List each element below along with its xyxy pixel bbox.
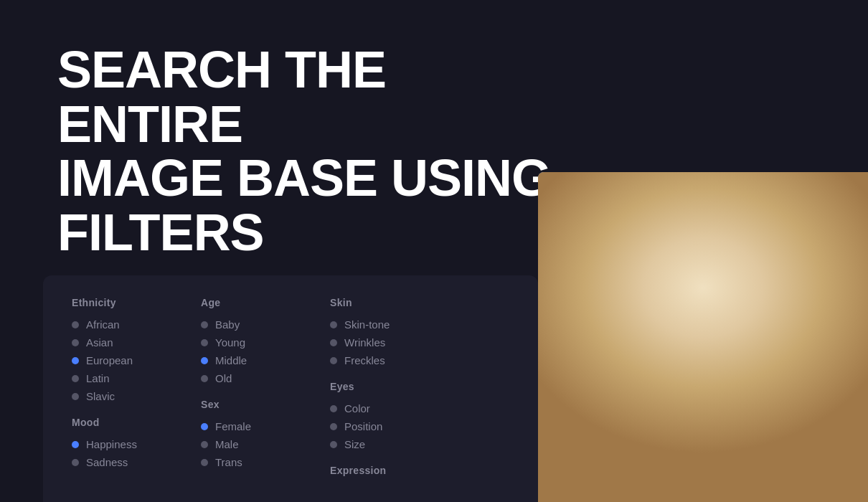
filter-item-male[interactable]: Male: [201, 438, 287, 450]
filter-dot-baby: [201, 321, 208, 328]
filter-item-female[interactable]: Female: [201, 420, 287, 432]
filter-item-label-happiness: Happiness: [86, 438, 137, 450]
filter-dot-asian: [72, 339, 79, 346]
portrait-image: [538, 172, 868, 502]
filter-dot-middle: [201, 357, 208, 364]
filter-group-age: AgeBabyYoungMiddleOld: [201, 297, 287, 384]
filter-dot-male: [201, 441, 208, 448]
filter-item-label-latin: Latin: [86, 372, 110, 384]
filter-item-old[interactable]: Old: [201, 372, 287, 384]
filter-group-label-mood: Mood: [72, 417, 158, 428]
filter-item-label-female: Female: [215, 420, 251, 432]
filter-item-size[interactable]: Size: [330, 438, 416, 450]
filter-item-label-slavic: Slavic: [86, 390, 115, 402]
filter-column-col3: SkinSkin-toneWrinklesFrecklesEyesColorPo…: [330, 297, 416, 480]
filter-item-label-position: Position: [344, 420, 382, 432]
filter-item-label-size: Size: [344, 438, 365, 450]
filter-group-label-age: Age: [201, 297, 287, 308]
filter-item-label-male: Male: [215, 438, 239, 450]
filter-dot-wrinkles: [330, 339, 337, 346]
filter-group-label-eyes: Eyes: [330, 381, 416, 392]
filter-dot-position: [330, 423, 337, 430]
filter-dot-size: [330, 441, 337, 448]
filter-dot-slavic: [72, 393, 79, 400]
filter-item-baby[interactable]: Baby: [201, 318, 287, 331]
filter-item-label-young: Young: [215, 336, 245, 349]
filter-item-happiness[interactable]: Happiness: [72, 438, 158, 450]
filter-group-ethnicity: EthnicityAfricanAsianEuropeanLatinSlavic: [72, 297, 158, 402]
filter-dot-skin-tone: [330, 321, 337, 328]
filter-group-label-sex: Sex: [201, 399, 287, 410]
filter-group-label-expression: Expression: [330, 465, 416, 476]
filter-item-sadness[interactable]: Sadness: [72, 456, 158, 468]
filter-item-label-freckles: Freckles: [344, 354, 385, 366]
filter-item-wrinkles[interactable]: Wrinkles: [330, 336, 416, 349]
filter-dot-trans: [201, 459, 208, 466]
filter-item-young[interactable]: Young: [201, 336, 287, 349]
filter-item-skin-tone[interactable]: Skin-tone: [330, 318, 416, 331]
filter-dot-sadness: [72, 459, 79, 466]
filter-item-latin[interactable]: Latin: [72, 372, 158, 384]
filter-item-label-sadness: Sadness: [86, 456, 128, 468]
filter-dot-european: [72, 357, 79, 364]
hero-title: SEARCH THE ENTIRE IMAGE BASE USING FILTE…: [57, 43, 560, 260]
filter-dot-happiness: [72, 441, 79, 448]
filter-group-label-skin: Skin: [330, 297, 416, 308]
filter-item-asian[interactable]: Asian: [72, 336, 158, 349]
filter-item-label-old: Old: [215, 372, 232, 384]
filter-column-col1: EthnicityAfricanAsianEuropeanLatinSlavic…: [72, 297, 158, 480]
filter-group-sex: SexFemaleMaleTrans: [201, 399, 287, 468]
filter-item-label-european: European: [86, 354, 133, 366]
filter-dot-african: [72, 321, 79, 328]
filter-group-skin: SkinSkin-toneWrinklesFreckles: [330, 297, 416, 366]
filter-dot-color: [330, 405, 337, 412]
filters-panel: EthnicityAfricanAsianEuropeanLatinSlavic…: [43, 275, 538, 502]
filter-group-expression: Expression: [330, 465, 416, 480]
filter-dot-freckles: [330, 357, 337, 364]
filter-group-label-ethnicity: Ethnicity: [72, 297, 158, 308]
filter-item-label-middle: Middle: [215, 354, 247, 366]
filter-item-middle[interactable]: Middle: [201, 354, 287, 366]
filter-item-label-skin-tone: Skin-tone: [344, 318, 390, 331]
filter-item-label-baby: Baby: [215, 318, 240, 331]
filter-item-label-color: Color: [344, 402, 370, 415]
filter-dot-old: [201, 375, 208, 382]
filter-column-col2: AgeBabyYoungMiddleOldSexFemaleMaleTrans: [201, 297, 287, 480]
filter-item-label-trans: Trans: [215, 456, 242, 468]
filter-item-label-asian: Asian: [86, 336, 113, 349]
filter-item-european[interactable]: European: [72, 354, 158, 366]
filter-group-mood: MoodHappinessSadness: [72, 417, 158, 468]
filter-dot-female: [201, 423, 208, 430]
filter-group-eyes: EyesColorPositionSize: [330, 381, 416, 450]
filter-item-freckles[interactable]: Freckles: [330, 354, 416, 366]
filter-item-label-wrinkles: Wrinkles: [344, 336, 385, 349]
filter-item-label-african: African: [86, 318, 120, 331]
portrait-container: [538, 172, 868, 502]
filter-dot-young: [201, 339, 208, 346]
filter-item-african[interactable]: African: [72, 318, 158, 331]
filter-item-color[interactable]: Color: [330, 402, 416, 415]
filter-dot-latin: [72, 375, 79, 382]
filter-item-slavic[interactable]: Slavic: [72, 390, 158, 402]
filter-item-position[interactable]: Position: [330, 420, 416, 432]
filter-item-trans[interactable]: Trans: [201, 456, 287, 468]
